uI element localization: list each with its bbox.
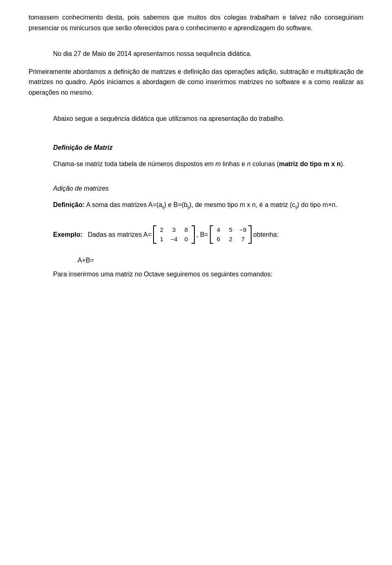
matrix-a-r2c1: 1 <box>158 235 166 244</box>
example-label: Exemplo: <box>53 229 82 240</box>
matrix-b-r1c3: −9 <box>239 225 247 235</box>
def-adicao-text3: ), de mesmo tipo m x n, é a matriz (c <box>189 201 295 208</box>
matrix-b-r1c1: 4 <box>214 225 223 235</box>
matrix-a-r1c3: 8 <box>182 225 190 235</box>
matrix-b: 4 5 −9 6 2 7 <box>210 225 252 244</box>
spacer-4 <box>29 177 363 185</box>
spacer-3 <box>29 131 363 144</box>
def-text-2: linhas e <box>221 160 247 167</box>
matrix-a: 2 3 8 1 −4 0 <box>153 225 195 244</box>
matrix-a-r1c2: 3 <box>170 225 178 235</box>
matrix-a-r2c2: −4 <box>170 235 178 244</box>
matrix-b-r2c1: 6 <box>214 235 223 244</box>
ab-line: A+B= <box>29 255 363 266</box>
paragraph-2: No dia 27 de Maio de 2014 apresentamos n… <box>29 49 363 59</box>
matrix-a-r1c1: 2 <box>158 225 166 235</box>
matrix-b-grid: 4 5 −9 6 2 7 <box>214 225 247 244</box>
spacer-5 <box>29 217 363 225</box>
spacer-6 <box>29 247 363 255</box>
def-adicao-label: Definição: <box>53 201 85 208</box>
matrix-b-bracket-right <box>248 225 252 244</box>
def-matrix-type: matriz do tipo m x n <box>279 160 341 167</box>
adicao-header: Adição de matrizes <box>29 185 363 192</box>
example-text2: , B= <box>196 229 208 240</box>
matrix-b-r1c2: 5 <box>227 225 235 235</box>
def-text-4: ). <box>341 160 345 167</box>
matrix-a-bracket-left <box>153 225 156 244</box>
spacer-2 <box>29 105 363 113</box>
def-adicao-text: Definição: A soma das matrizes A=(aij) e… <box>29 200 363 210</box>
def-n: n <box>247 160 251 167</box>
paragraph-1: tomassem conhecimento desta, pois sabemo… <box>29 12 363 33</box>
para4-text: Abaixo segue a sequência didática que ut… <box>53 115 285 122</box>
paragraph-4: Abaixo segue a sequência didática que ut… <box>29 113 363 124</box>
spacer-1 <box>29 40 363 49</box>
definition-matrix-text: Chama-se matriz toda tabela de números d… <box>29 159 363 169</box>
def-adicao-text2: ) e B=(b <box>164 201 187 208</box>
def-adicao-text4: ) do tipo m×n. <box>297 201 337 208</box>
matrix-a-bracket-right <box>192 225 195 244</box>
def-m: m <box>216 160 221 167</box>
matrix-b-bracket-left <box>210 225 213 244</box>
def-adicao-text1: A soma das matrizes A=(a <box>85 201 162 208</box>
matrix-a-r2c3: 0 <box>182 235 190 244</box>
definition-matrix-header: Definição de Matriz <box>29 144 363 151</box>
example-text3: obtenha: <box>253 229 278 240</box>
para-insert: Para inserirmos uma matriz no Octave seg… <box>29 269 363 280</box>
matrix-b-r2c2: 2 <box>227 235 235 244</box>
matrix-b-r2c3: 7 <box>239 235 247 244</box>
paragraph-3: Primeiramente abordamos a definição de m… <box>29 67 363 98</box>
matrix-a-grid: 2 3 8 1 −4 0 <box>158 225 190 244</box>
def-text-3: colunas ( <box>251 160 279 167</box>
example-line: Exemplo: Dadas as matrizes A= 2 3 8 1 −4… <box>29 225 363 244</box>
page: tomassem conhecimento desta, pois sabemo… <box>0 0 392 565</box>
def-text-1: Chama-se matriz toda tabela de números d… <box>53 160 216 167</box>
example-text1: Dadas as matrizes A= <box>84 229 151 240</box>
